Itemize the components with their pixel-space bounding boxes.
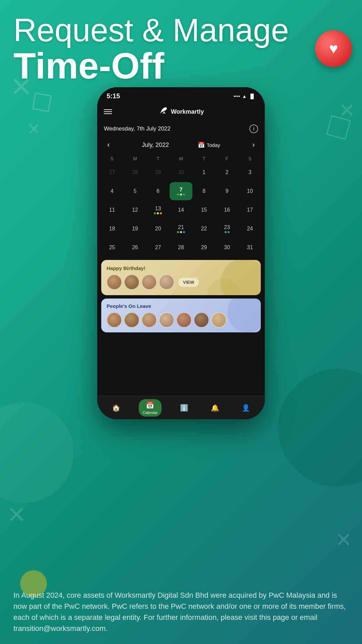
dot-green [225,231,227,233]
day-cell[interactable]: 28 [124,163,147,181]
week-row-1: 27 28 29 30 1 2 3 [101,163,261,181]
day-cell[interactable]: 16 [216,201,239,219]
day-cell[interactable]: 15 [192,201,216,219]
deco-cross-2: ✕ [27,121,41,138]
dot-orange [160,212,162,214]
avatar-1 [107,274,122,290]
birthday-card: Happy Birthday! VIEW [101,260,261,295]
day-header-thu: T [192,156,216,161]
day-cell[interactable]: 1 [192,163,216,181]
footer-content: In August 2024, core assets of Worksmart… [13,591,346,633]
day-cell-today[interactable]: 7 [170,182,193,200]
day-cell[interactable]: 19 [124,220,147,238]
birthday-card-title: Happy Birthday! [107,265,255,271]
day-cell[interactable]: 3 [238,163,261,181]
phone-frame: 5:15 •••• ▲ ▐▌ Workmartly [97,87,265,419]
content-scroll[interactable]: Wednesday, 7th July 2022 i ‹ July, 2022 … [97,121,265,419]
avatar-3 [141,274,157,290]
day-cell[interactable]: 12 [124,201,147,219]
day-cell[interactable]: 4 [101,182,124,200]
nav-info[interactable]: ℹ️ [176,402,192,414]
day-cell[interactable]: 2 [216,163,239,181]
nav-alerts[interactable]: 🔔 [207,402,223,414]
day-dots [177,194,185,196]
day-cell[interactable]: 27 [101,163,124,181]
view-birthday-button[interactable]: VIEW [178,278,199,287]
week-row-3: 11 12 13 14 15 16 17 [101,201,261,219]
heart-ball [315,30,352,67]
dot-green [177,231,179,233]
status-icons: •••• ▲ ▐▌ [234,94,255,99]
day-cell[interactable]: 5 [124,182,147,200]
day-cell[interactable]: 13 [146,201,170,219]
dot-yellow [180,194,182,196]
day-cell[interactable]: 29 [192,238,216,257]
day-cell[interactable]: 25 [101,238,124,257]
prev-month-button[interactable]: ‹ [104,139,113,151]
avatar-4 [159,274,174,290]
signal-icon: •••• [234,94,240,99]
day-cell[interactable]: 11 [101,201,124,219]
day-headers: S M T W T F S [101,153,261,163]
day-cell[interactable]: 9 [216,182,239,200]
dot-blue [228,231,230,233]
wifi-icon: ▲ [242,94,247,99]
hamburger-line [104,109,112,110]
person-icon: 👤 [242,404,250,412]
deco-cross-4: ✕ [7,503,26,527]
day-header-sun: S [101,156,124,161]
day-cell[interactable]: 24 [238,220,261,238]
week-row-4: 18 19 20 21 22 23 [101,220,261,238]
hamburger-line [104,111,112,112]
next-month-button[interactable]: › [249,139,258,151]
on-leave-avatar-6 [194,312,209,328]
on-leave-avatar-4 [159,312,174,328]
nav-profile[interactable]: 👤 [238,402,254,414]
day-header-tue: T [146,156,170,161]
day-cell[interactable]: 18 [101,220,124,238]
battery-icon: ▐▌ [249,94,255,99]
day-header-mon: M [124,156,147,161]
status-time: 5:15 [107,92,120,100]
dot-blue [183,194,185,196]
dot-blue [183,231,185,233]
calendar-nav-label: Calendar [143,411,158,415]
day-cell[interactable]: 30 [216,238,239,257]
on-leave-avatar-2 [124,312,139,328]
day-cell[interactable]: 23 [216,220,239,238]
calendar-grid: S M T W T F S 27 28 29 30 1 2 3 [97,153,265,257]
headline-line1: Request & Manage [13,13,349,47]
on-leave-title: People's On Leave [107,303,255,309]
birthday-avatars: VIEW [107,274,255,290]
day-cell[interactable]: 10 [238,182,261,200]
day-cell[interactable]: 28 [170,238,193,257]
today-button[interactable]: 📅 Today [198,142,220,149]
on-leave-avatar-1 [107,312,122,328]
day-cell[interactable]: 31 [238,238,261,257]
nav-calendar[interactable]: 📅 Calendar [139,399,162,417]
footer-text: In August 2024, core assets of Worksmart… [13,590,349,634]
on-leave-avatar-7 [211,312,227,328]
day-cell[interactable]: 22 [192,220,216,238]
day-cell[interactable]: 20 [146,220,170,238]
day-dots [225,231,230,233]
day-cell[interactable]: 26 [124,238,147,257]
day-cell[interactable]: 21 [170,220,193,238]
day-dots [154,212,162,214]
on-leave-avatars [107,312,255,328]
info-icon[interactable]: i [249,124,258,133]
day-cell[interactable]: 14 [170,201,193,219]
day-cell[interactable]: 8 [192,182,216,200]
day-cell[interactable]: 6 [146,182,170,200]
hamburger-menu[interactable] [104,109,112,114]
phone-screen: Workmartly Wednesday, 7th July 2022 i ‹ … [97,102,265,419]
day-cell[interactable]: 30 [170,163,193,181]
day-cell[interactable]: 29 [146,163,170,181]
headline: Request & Manage Time-Off [13,13,349,84]
app-logo: Workmartly [158,106,204,117]
nav-home[interactable]: 🏠 [108,402,124,414]
day-cell[interactable]: 17 [238,201,261,219]
bottom-nav: 🏠 📅 Calendar ℹ️ 🔔 👤 [97,396,265,419]
day-cell[interactable]: 27 [146,238,170,257]
app-header: Workmartly [97,102,265,121]
